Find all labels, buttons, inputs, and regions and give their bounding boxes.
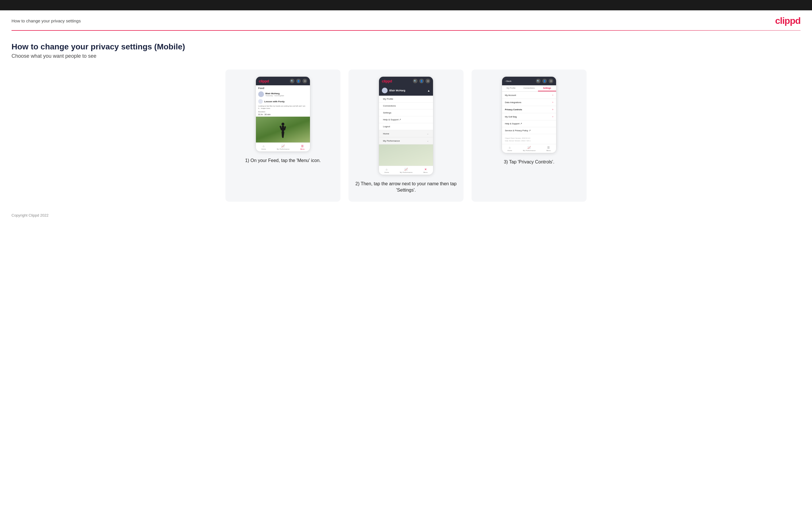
privacy-controls-label: Privacy Controls bbox=[505, 108, 522, 111]
menu-my-profile[interactable]: My Profile bbox=[379, 96, 433, 103]
nav-performance-label: My Performance bbox=[276, 148, 289, 150]
step2-bottom-nav: ⌂ Home 📈 My Performance ✕ Menu bbox=[379, 166, 433, 175]
menu-help-support[interactable]: Help & Support ↗ bbox=[379, 116, 433, 123]
nav-menu[interactable]: ☰ Menu bbox=[300, 145, 305, 150]
menu-icon-3: ☰ bbox=[547, 146, 550, 149]
menu-icon: ☰ bbox=[301, 145, 304, 148]
dropdown-arrow-icon[interactable]: ▲ bbox=[427, 89, 430, 92]
server-version: GQL Server Version: 2022.7.30-1 bbox=[505, 139, 553, 142]
step1-description: 1) On your Feed, tap the 'Menu' icon. bbox=[245, 157, 320, 164]
chevron-right-icon-2: › bbox=[552, 101, 553, 104]
step-3-card: ‹ Back 🔍 👤 ⚙ My Profile Connections Sett… bbox=[471, 69, 587, 202]
settings-my-account[interactable]: My Account › bbox=[502, 92, 556, 99]
steps-container: clippd 🔍 👤 ⚙ Feed Blair McHarg Yesterday… bbox=[11, 69, 801, 202]
nav-home-label-2: Home bbox=[385, 171, 389, 173]
nav-menu-2[interactable]: ✕ Menu bbox=[423, 168, 427, 173]
nav-performance-2: 📈 My Performance bbox=[400, 168, 412, 173]
performance-icon: 📈 bbox=[281, 145, 285, 148]
feed-label: Feed bbox=[256, 85, 310, 90]
tab-connections[interactable]: Connections bbox=[520, 85, 538, 91]
step3-back-bar: ‹ Back 🔍 👤 ⚙ bbox=[502, 77, 556, 85]
tab-my-profile[interactable]: My Profile bbox=[502, 85, 520, 91]
nav-menu-label-2: Menu bbox=[423, 171, 427, 173]
step3-phone: ‹ Back 🔍 👤 ⚙ My Profile Connections Sett… bbox=[502, 76, 556, 153]
page-subheading: Choose what you want people to see bbox=[11, 53, 801, 59]
nav-home-3: ⌂ Home bbox=[507, 146, 512, 151]
feed-user-name: Blair McHarg bbox=[265, 92, 284, 95]
step2-phone: clippd 🔍 👤 ⚙ Blai bbox=[379, 76, 433, 175]
copyright-text: Copyright Clippd 2022 bbox=[11, 213, 49, 217]
settings-help-support[interactable]: Help & Support ↗ bbox=[502, 120, 556, 127]
home-icon-3: ⌂ bbox=[509, 146, 511, 149]
home-icon: ⌂ bbox=[263, 145, 264, 148]
profile-icon-3: 👤 bbox=[542, 79, 547, 83]
step1-phone-header: clippd 🔍 👤 ⚙ bbox=[256, 77, 310, 85]
clippd-logo: clippd bbox=[775, 15, 801, 26]
lesson-icon bbox=[258, 99, 263, 104]
dropdown-user-row: Blair McHarg ▲ bbox=[379, 85, 433, 96]
golfer-silhouette bbox=[277, 122, 289, 143]
profile-icon: 👤 bbox=[419, 79, 424, 83]
duration-value: 01 hr : 30 min bbox=[256, 113, 310, 117]
chevron-down-icon: ⌄ bbox=[427, 132, 429, 135]
dropdown-avatar bbox=[382, 88, 388, 93]
settings-service-privacy[interactable]: Service & Privacy Policy ↗ bbox=[502, 127, 556, 134]
close-icon: ✕ bbox=[424, 168, 427, 171]
step2-menu-overlay: Blair McHarg ▲ My Profile Connections Se… bbox=[379, 85, 433, 166]
profile-icon: 👤 bbox=[296, 79, 301, 83]
data-integrations-label: Data Integrations bbox=[505, 101, 521, 104]
menu-performance-label: My Performance bbox=[383, 139, 400, 142]
performance-icon-3: 📈 bbox=[527, 146, 531, 149]
settings-privacy-controls[interactable]: Privacy Controls › bbox=[502, 106, 556, 113]
back-button[interactable]: ‹ Back bbox=[505, 80, 511, 82]
service-privacy-label: Service & Privacy Policy ↗ bbox=[505, 129, 531, 132]
settings-icon: ⚙ bbox=[303, 79, 307, 83]
performance-icon-2: 📈 bbox=[404, 168, 408, 171]
svg-point-0 bbox=[282, 123, 285, 125]
feed-user-row: Blair McHarg Yesterday · Sunningdale bbox=[256, 90, 310, 98]
page-heading: How to change your privacy settings (Mob… bbox=[11, 42, 801, 51]
step3-phone-icons: 🔍 👤 ⚙ bbox=[536, 79, 553, 83]
settings-my-golf-bag[interactable]: My Golf Bag › bbox=[502, 113, 556, 120]
page-header: How to change your privacy settings clip… bbox=[0, 10, 812, 30]
nav-menu-label: Menu bbox=[300, 148, 305, 150]
nav-home: ⌂ Home bbox=[261, 145, 266, 150]
main-content: How to change your privacy settings (Mob… bbox=[0, 31, 812, 208]
settings-data-integrations[interactable]: Data Integrations › bbox=[502, 99, 556, 106]
step1-phone: clippd 🔍 👤 ⚙ Feed Blair McHarg Yesterday… bbox=[256, 76, 310, 152]
golf-image bbox=[256, 117, 310, 143]
avatar bbox=[258, 91, 264, 97]
top-bar bbox=[0, 0, 812, 10]
step2-dropdown: Blair McHarg ▲ My Profile Connections Se… bbox=[379, 85, 433, 145]
version-info: Clippd Client Version: 2022.8.3-3 GQL Se… bbox=[502, 134, 556, 144]
lesson-row: Lesson with Fordy bbox=[256, 98, 310, 105]
menu-logout[interactable]: Logout bbox=[379, 123, 433, 130]
nav-menu-label-3: Menu bbox=[546, 150, 551, 151]
menu-home-section[interactable]: Home ⌄ bbox=[379, 130, 433, 137]
duration-label: Duration bbox=[256, 111, 310, 113]
menu-performance-section[interactable]: My Performance ⌄ bbox=[379, 137, 433, 145]
menu-connections[interactable]: Connections bbox=[379, 103, 433, 109]
step1-bottom-nav: ⌂ Home 📈 My Performance ☰ Menu bbox=[256, 143, 310, 151]
nav-menu-3[interactable]: ☰ Menu bbox=[546, 146, 551, 151]
step1-phone-logo: clippd bbox=[259, 79, 269, 83]
feed-user-sub: Yesterday · Sunningdale bbox=[265, 95, 284, 97]
search-icon-3: 🔍 bbox=[536, 79, 541, 83]
my-golf-bag-label: My Golf Bag bbox=[505, 115, 517, 118]
step-2-card: clippd 🔍 👤 ⚙ Blai bbox=[349, 69, 463, 202]
settings-list: My Account › Data Integrations › Privacy… bbox=[502, 92, 556, 134]
menu-settings[interactable]: Settings bbox=[379, 109, 433, 116]
settings-tabs: My Profile Connections Settings bbox=[502, 85, 556, 92]
help-support-label: Help & Support ↗ bbox=[505, 122, 522, 125]
step-1-card: clippd 🔍 👤 ⚙ Feed Blair McHarg Yesterday… bbox=[225, 69, 341, 202]
search-icon: 🔍 bbox=[290, 79, 295, 83]
lesson-title: Lesson with Fordy bbox=[264, 100, 285, 103]
nav-home-label: Home bbox=[261, 148, 266, 150]
my-account-label: My Account bbox=[505, 94, 516, 97]
nav-performance-3: 📈 My Performance bbox=[523, 146, 536, 151]
tab-settings[interactable]: Settings bbox=[538, 85, 556, 91]
dropdown-user-name: Blair McHarg bbox=[389, 89, 405, 92]
chevron-right-icon: › bbox=[552, 94, 553, 97]
svg-rect-1 bbox=[282, 125, 284, 132]
step2-phone-header: clippd 🔍 👤 ⚙ bbox=[379, 77, 433, 85]
